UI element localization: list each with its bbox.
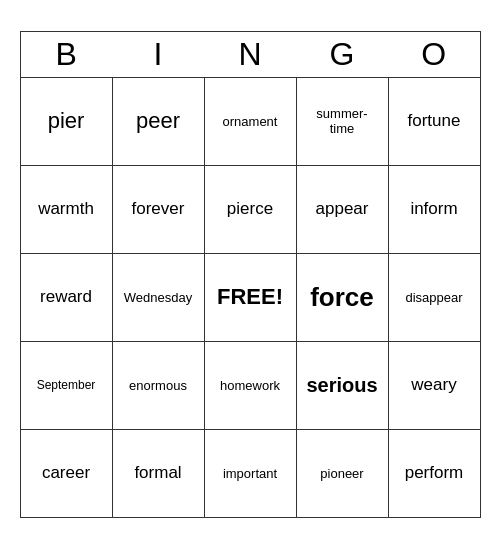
grid-cell-0-2: ornament <box>204 77 296 165</box>
grid-cell-2-4: disappear <box>388 253 480 341</box>
grid-cell-3-3: serious <box>296 341 388 429</box>
grid-cell-4-3: pioneer <box>296 429 388 517</box>
grid-cell-1-0: warmth <box>20 165 112 253</box>
grid-cell-4-0: career <box>20 429 112 517</box>
grid-cell-0-1: peer <box>112 77 204 165</box>
grid-row-3: Septemberenormoushomeworkseriousweary <box>20 341 480 429</box>
grid-cell-0-3: summer-time <box>296 77 388 165</box>
grid-cell-1-1: forever <box>112 165 204 253</box>
grid-cell-3-0: September <box>20 341 112 429</box>
grid-row-4: careerformalimportantpioneerperform <box>20 429 480 517</box>
header-cell-i: I <box>112 31 204 77</box>
grid-cell-3-1: enormous <box>112 341 204 429</box>
grid-row-0: pierpeerornamentsummer-timefortune <box>20 77 480 165</box>
grid-cell-0-0: pier <box>20 77 112 165</box>
grid-cell-2-3: force <box>296 253 388 341</box>
grid-cell-1-3: appear <box>296 165 388 253</box>
bingo-grid: BINGO pierpeerornamentsummer-timefortune… <box>20 31 481 518</box>
grid-cell-3-4: weary <box>388 341 480 429</box>
grid-cell-4-4: perform <box>388 429 480 517</box>
header-cell-o: O <box>388 31 480 77</box>
grid-row-1: warmthforeverpierceappearinform <box>20 165 480 253</box>
header-cell-n: N <box>204 31 296 77</box>
grid-cell-2-2: FREE! <box>204 253 296 341</box>
grid-cell-1-2: pierce <box>204 165 296 253</box>
grid-cell-4-1: formal <box>112 429 204 517</box>
grid-cell-1-4: inform <box>388 165 480 253</box>
grid-cell-3-2: homework <box>204 341 296 429</box>
grid-cell-0-4: fortune <box>388 77 480 165</box>
grid-cell-4-2: important <box>204 429 296 517</box>
grid-cell-2-1: Wednesday <box>112 253 204 341</box>
header-cell-b: B <box>20 31 112 77</box>
header-row: BINGO <box>20 31 480 77</box>
grid-row-2: rewardWednesdayFREE!forcedisappear <box>20 253 480 341</box>
header-cell-g: G <box>296 31 388 77</box>
grid-cell-2-0: reward <box>20 253 112 341</box>
